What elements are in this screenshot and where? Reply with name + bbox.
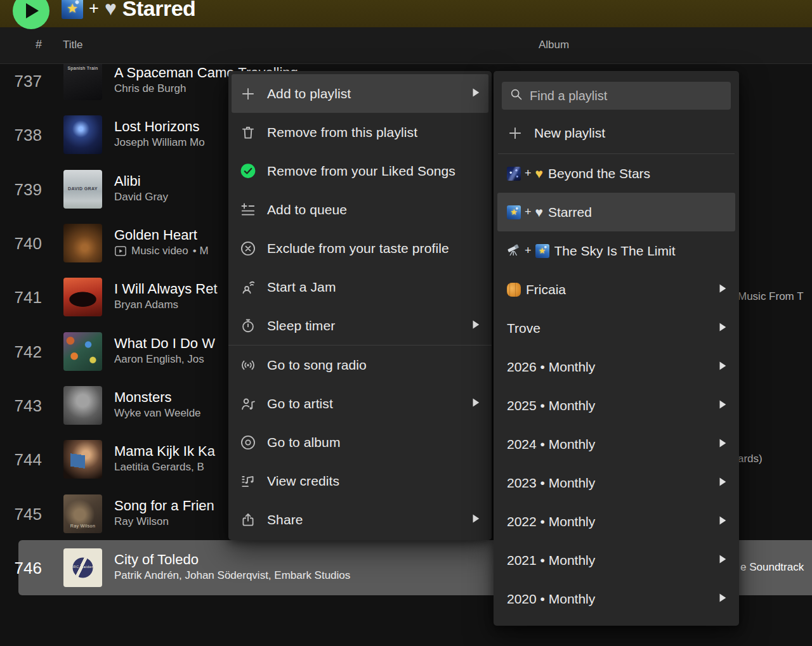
menu-item-add-to-queue[interactable]: Add to queue <box>232 190 488 229</box>
submenu-item-playlist[interactable]: Trove <box>497 309 735 347</box>
track-number: 742 <box>9 342 42 362</box>
white-heart-icon: ♥ <box>535 205 543 219</box>
track-title[interactable]: Lost Horizons <box>114 119 205 135</box>
album-art: ARC Raiders <box>63 548 102 587</box>
play-button[interactable] <box>13 0 49 29</box>
album-icon <box>240 434 256 451</box>
menu-item-label: Start a Jam <box>267 280 480 295</box>
submenu-item-playlist[interactable]: + ★ The Sky Is The Limit <box>497 231 735 270</box>
submenu-item-label: New playlist <box>534 126 726 141</box>
playlist-name: 2025 • Monthly <box>507 398 711 413</box>
track-number: 741 <box>9 288 42 307</box>
playlist-name: 2021 • Monthly <box>507 553 711 568</box>
submenu-arrow-icon <box>719 515 726 528</box>
white-heart-icon: ♥ <box>105 0 117 18</box>
play-icon <box>25 3 40 19</box>
playlist-header-bar: ★ + ♥ Starred <box>0 0 812 27</box>
album-art: Spanish Train <box>63 64 102 100</box>
menu-item-add-to-playlist[interactable]: Add to playlist <box>232 74 488 113</box>
track-number: 746 <box>9 559 42 578</box>
track-artists[interactable]: Ray Wilson <box>114 514 169 529</box>
track-number: 738 <box>9 126 42 145</box>
album-art <box>63 278 102 316</box>
album-art <box>63 224 102 262</box>
track-title[interactable]: I Will Always Ret <box>114 281 218 297</box>
menu-item-remove-liked-songs[interactable]: Remove from your Liked Songs <box>232 152 488 190</box>
submenu-item-playlist[interactable]: 2023 • Monthly <box>497 463 735 502</box>
menu-item-label: Exclude from your taste profile <box>267 241 480 256</box>
playlist-name: Trove <box>507 321 711 336</box>
share-icon <box>240 512 256 528</box>
menu-item-view-credits[interactable]: View credits <box>232 462 488 500</box>
album-art <box>63 115 102 154</box>
playlist-search-box[interactable] <box>502 82 731 110</box>
track-title[interactable]: Song for a Frien <box>114 498 214 514</box>
submenu-item-playlist[interactable]: Fricaia <box>497 270 735 309</box>
track-title[interactable]: What Do I Do W <box>114 335 215 352</box>
spotify-playlist-view: 737 Spanish Train A Spaceman Came Travel… <box>0 0 812 646</box>
track-artists[interactable]: • M <box>193 243 209 259</box>
track-title[interactable]: Golden Heart <box>114 227 209 243</box>
playlist-name: Beyond the Stars <box>548 166 726 181</box>
album-name-fragment[interactable]: Music From T <box>738 290 804 303</box>
artist-icon <box>240 396 256 412</box>
submenu-arrow-icon <box>472 514 480 526</box>
menu-item-share[interactable]: Share <box>232 500 488 539</box>
submenu-item-playlist[interactable]: 2024 • Monthly <box>497 425 735 463</box>
track-artists[interactable]: David Gray <box>114 190 168 205</box>
album-art: DAVID GRAY <box>63 170 102 209</box>
submenu-arrow-icon <box>719 554 726 567</box>
column-header-album[interactable]: Album <box>539 39 569 51</box>
track-title[interactable]: Alibi <box>114 173 168 190</box>
submenu-arrow-icon <box>472 397 480 410</box>
track-artists[interactable]: Patrik Andrén, Johan Söderqvist, Embark … <box>114 568 350 583</box>
menu-item-sleep-timer[interactable]: Sleep timer <box>232 306 488 345</box>
playlist-name: 2022 • Monthly <box>507 514 711 529</box>
track-title[interactable]: Monsters <box>114 389 201 406</box>
music-video-badge-icon <box>114 245 127 257</box>
playlist-name: 2024 • Monthly <box>507 437 711 452</box>
album-name-fragment[interactable]: ards) <box>738 453 763 465</box>
submenu-item-playlist[interactable]: 2020 • Monthly <box>497 579 735 618</box>
submenu-item-playlist[interactable]: 2022 • Monthly <box>497 502 735 541</box>
submenu-arrow-icon <box>719 322 726 335</box>
submenu-arrow-icon <box>719 283 726 296</box>
shooting-star-emoji: ★ <box>507 205 521 219</box>
track-artists[interactable]: Aaron English, Jos <box>114 352 204 367</box>
track-artists[interactable]: Joseph William Mo <box>114 135 205 150</box>
submenu-item-playlist-selected[interactable]: ★ + ♥ Starred <box>497 193 735 231</box>
track-artists[interactable]: Chris de Burgh <box>114 81 186 96</box>
menu-item-go-to-artist[interactable]: Go to artist <box>232 384 488 423</box>
menu-item-go-to-album[interactable]: Go to album <box>232 423 488 462</box>
track-artists[interactable]: Wyke van Weelde <box>114 406 201 421</box>
submenu-item-new-playlist[interactable]: New playlist <box>497 113 735 152</box>
menu-item-remove-from-playlist[interactable]: Remove from this playlist <box>232 113 488 152</box>
column-header-title[interactable]: Title <box>63 39 83 51</box>
playlist-search-input[interactable] <box>530 89 723 103</box>
menu-item-start-a-jam[interactable]: Start a Jam <box>232 268 488 306</box>
playlist-name: 2026 • Monthly <box>507 359 711 375</box>
shooting-star-emoji: ★ <box>535 244 549 258</box>
menu-item-label: Remove from this playlist <box>267 125 480 140</box>
track-number: 744 <box>9 450 42 470</box>
menu-item-label: Share <box>267 512 464 527</box>
sleep-timer-icon <box>240 318 256 334</box>
submenu-item-playlist[interactable]: 2021 • Monthly <box>497 541 735 579</box>
album-name-fragment[interactable]: e Soundtrack <box>740 561 804 574</box>
track-artists[interactable]: Laetitia Gerards, B <box>114 460 204 475</box>
music-video-label: Music video <box>131 243 188 259</box>
submenu-item-playlist[interactable]: 2026 • Monthly <box>497 347 735 386</box>
track-title[interactable]: City of Toledo <box>114 552 482 568</box>
album-art <box>63 332 102 371</box>
plus-icon <box>507 125 523 141</box>
track-artists[interactable]: Bryan Adams <box>114 297 178 313</box>
track-title[interactable]: Mama Kijk Ik Ka <box>114 443 215 460</box>
menu-item-exclude-taste-profile[interactable]: Exclude from your taste profile <box>232 229 488 268</box>
submenu-item-playlist[interactable]: 2025 • Monthly <box>497 386 735 425</box>
submenu-item-playlist[interactable]: + ♥ Beyond the Stars <box>497 154 735 193</box>
add-to-playlist-submenu: New playlist + ♥ Beyond the Stars ★ + ♥ … <box>494 71 739 626</box>
track-number: 737 <box>9 72 42 91</box>
playlist-name: 2023 • Monthly <box>507 475 711 491</box>
menu-item-go-to-song-radio[interactable]: Go to song radio <box>232 346 488 384</box>
submenu-arrow-icon <box>472 87 480 100</box>
